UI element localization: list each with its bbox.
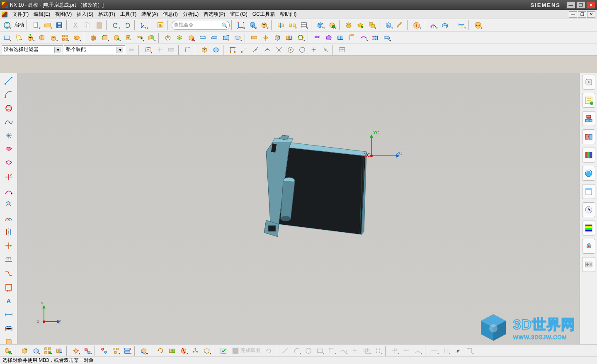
assembly-constraint-button[interactable] bbox=[2, 345, 13, 356]
sketch-pattern-button[interactable] bbox=[373, 345, 383, 356]
circle-tool-button[interactable] bbox=[2, 102, 15, 114]
hole-button[interactable] bbox=[48, 32, 59, 43]
face-blend-button[interactable] bbox=[347, 32, 357, 43]
wrap-button[interactable] bbox=[295, 32, 306, 43]
sketch-rectangle-button[interactable] bbox=[315, 345, 325, 356]
close-button[interactable]: ✕ bbox=[586, 1, 595, 9]
replace-face-button[interactable] bbox=[174, 32, 185, 43]
sequence-button[interactable] bbox=[122, 345, 133, 356]
reuse-library-button[interactable] bbox=[582, 148, 595, 163]
sketch-extend-button[interactable] bbox=[401, 345, 412, 356]
sketch-orient-button[interactable] bbox=[263, 345, 274, 356]
surface-tool-1-button[interactable] bbox=[249, 32, 260, 43]
select-all-button[interactable] bbox=[166, 44, 177, 55]
extract-geometry-button[interactable] bbox=[272, 32, 283, 43]
menu-help[interactable]: 帮助(H) bbox=[277, 10, 299, 19]
minimize-button[interactable]: — bbox=[566, 1, 575, 9]
menu-window[interactable]: 窗口(O) bbox=[228, 10, 250, 19]
snap-intersect-button[interactable] bbox=[274, 44, 284, 55]
snap-oncurve-button[interactable] bbox=[320, 44, 331, 55]
cut-button[interactable] bbox=[70, 20, 81, 31]
arrangement-button[interactable] bbox=[190, 345, 201, 356]
isoparametric-curve-button[interactable] bbox=[2, 323, 15, 335]
measure-distance-button[interactable] bbox=[395, 20, 405, 31]
assembly-cut-button[interactable] bbox=[178, 345, 189, 356]
arc-tool-button[interactable] bbox=[2, 88, 15, 100]
n-sided-surface-button[interactable] bbox=[323, 32, 334, 43]
open-button[interactable] bbox=[42, 20, 53, 31]
command-search-input[interactable]: 查找命令 🔍 bbox=[172, 21, 230, 30]
datum-plane-button[interactable] bbox=[13, 32, 24, 43]
render-style-button[interactable] bbox=[259, 20, 269, 31]
snap-end-button[interactable] bbox=[239, 44, 250, 55]
resource-finder-button[interactable] bbox=[582, 75, 595, 90]
menu-view[interactable]: 视图(V) bbox=[53, 10, 74, 19]
mdi-restore-button[interactable]: ❐ bbox=[578, 11, 586, 18]
delete-face-button[interactable] bbox=[186, 32, 197, 43]
layer-visible-button[interactable] bbox=[355, 20, 366, 31]
sketch-fillet-button[interactable] bbox=[326, 345, 337, 356]
reposition-button[interactable] bbox=[155, 345, 166, 356]
new-button[interactable] bbox=[31, 20, 41, 31]
sketch-geometric-button[interactable] bbox=[452, 345, 463, 356]
surface-region-button[interactable] bbox=[2, 157, 15, 169]
replace-component-button[interactable] bbox=[167, 345, 177, 356]
sketch-convert-button[interactable] bbox=[464, 345, 475, 356]
split-body-button[interactable] bbox=[287, 20, 298, 31]
project-curve-button[interactable] bbox=[2, 254, 15, 266]
exploded-view-button[interactable] bbox=[110, 345, 121, 356]
sketch-constraint-button[interactable] bbox=[441, 345, 451, 356]
sketch-arc-button[interactable] bbox=[291, 345, 302, 356]
trim-body-button[interactable] bbox=[275, 20, 286, 31]
process-studio-button[interactable] bbox=[582, 221, 595, 235]
offset-curve-button[interactable] bbox=[2, 199, 15, 211]
sketch-corner-button[interactable] bbox=[413, 345, 423, 356]
zoom-button[interactable] bbox=[247, 20, 258, 31]
shell-button[interactable] bbox=[88, 32, 99, 43]
trim-sheet-button[interactable] bbox=[134, 32, 145, 43]
help-more-button[interactable] bbox=[473, 20, 483, 31]
snap-quadrant-button[interactable] bbox=[297, 44, 308, 55]
maximize-button[interactable]: ❐ bbox=[576, 1, 585, 9]
fit-button[interactable] bbox=[235, 20, 246, 31]
more-surface-button[interactable] bbox=[232, 32, 243, 43]
grid-snap-button[interactable] bbox=[337, 44, 347, 55]
menu-gctoolbox[interactable]: GC工具箱 bbox=[250, 10, 277, 19]
bridge-curve-button[interactable] bbox=[2, 267, 15, 279]
wave-link-button[interactable] bbox=[138, 345, 149, 356]
dimension-button[interactable] bbox=[456, 20, 467, 31]
extrude-button[interactable] bbox=[25, 32, 36, 43]
intersection-curve-button[interactable] bbox=[2, 240, 15, 252]
edit-object-display-button[interactable] bbox=[315, 20, 326, 31]
menu-analysis[interactable]: 分析(L) bbox=[180, 10, 201, 19]
undo-button[interactable] bbox=[110, 20, 121, 31]
mdi-close-button[interactable]: ✕ bbox=[587, 11, 595, 18]
menu-assembly[interactable]: 装配(A) bbox=[139, 10, 160, 19]
curve-analysis-button[interactable] bbox=[428, 20, 439, 31]
pattern-component-button[interactable] bbox=[42, 345, 53, 356]
line-tool-button[interactable] bbox=[2, 75, 15, 87]
menu-preferences[interactable]: 首选项(P) bbox=[201, 10, 228, 19]
mirror-feature-button[interactable] bbox=[284, 32, 294, 43]
manufacturing-button[interactable] bbox=[582, 239, 595, 254]
roles-button[interactable] bbox=[582, 257, 595, 272]
four-point-surface-button[interactable] bbox=[221, 32, 231, 43]
layer-button[interactable] bbox=[298, 20, 309, 31]
edit-surface-button[interactable] bbox=[381, 32, 392, 43]
body-select-button[interactable] bbox=[211, 44, 221, 55]
show-hide-button[interactable] bbox=[327, 20, 337, 31]
text-curve-button[interactable]: A bbox=[2, 295, 15, 307]
start-button[interactable] bbox=[2, 20, 12, 31]
info-button[interactable]: i bbox=[411, 20, 422, 31]
menu-format[interactable]: 格式(R) bbox=[96, 10, 118, 19]
wcs-button[interactable] bbox=[138, 20, 149, 31]
system-menu-icon[interactable] bbox=[2, 12, 7, 17]
mdi-minimize-button[interactable]: — bbox=[569, 11, 577, 18]
sketch-trim-button[interactable] bbox=[389, 345, 400, 356]
redo-button[interactable] bbox=[122, 20, 133, 31]
sketch-point-button[interactable] bbox=[349, 345, 360, 356]
menu-edit[interactable]: 编辑(E) bbox=[31, 10, 53, 19]
history-button[interactable] bbox=[582, 202, 595, 217]
offset-region-button[interactable] bbox=[163, 32, 173, 43]
paste-button[interactable] bbox=[94, 20, 104, 31]
